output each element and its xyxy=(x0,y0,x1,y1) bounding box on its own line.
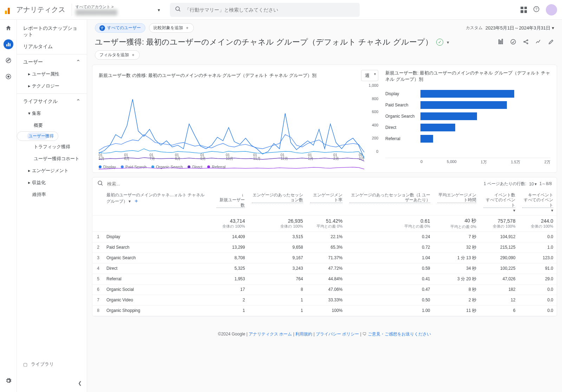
rail-settings-icon[interactable] xyxy=(4,376,13,386)
date-range-picker[interactable]: カスタム 2023年5月1日～2024年3月31日 ▾ xyxy=(466,25,554,31)
caret-down-icon[interactable]: ▾ xyxy=(447,40,449,45)
nav-collapse-icon[interactable]: ❮ xyxy=(78,380,82,386)
customize-report-icon[interactable] xyxy=(497,39,504,46)
svg-point-0 xyxy=(176,7,179,11)
col-eng-rate[interactable]: エンゲージメント率 xyxy=(307,190,346,215)
footer-link-feedback[interactable]: ご意見・ご感想をお送りください xyxy=(368,332,431,337)
search-input[interactable] xyxy=(185,7,355,13)
col-key-events[interactable]: キーイベントすべてのイベント ▾ xyxy=(519,190,557,215)
search-box[interactable] xyxy=(170,3,360,17)
add-comparison-button[interactable]: 比較対象を追加＋ xyxy=(149,23,194,33)
nav-technology[interactable]: ▸ テクノロジー xyxy=(17,80,87,92)
svg-point-9 xyxy=(7,76,9,78)
table-row[interactable]: 1Display14,4093,51522.1%0.247 秒104,9120.… xyxy=(92,231,557,242)
page-range: 1～8/8 xyxy=(540,181,552,187)
col-eng-per-user[interactable]: エンゲージのあったセッション数（1 ユーザーあたり） xyxy=(346,190,433,215)
quality-check-icon[interactable]: ✓ xyxy=(436,39,443,46)
svg-point-13 xyxy=(511,39,516,44)
line-chart-title: 新規ユーザー数 の推移: 最初のユーザーのメインのチャネル グループ（デフォルト… xyxy=(99,72,316,79)
share-icon[interactable] xyxy=(523,39,529,46)
svg-point-19 xyxy=(98,181,102,185)
rail-ads-icon[interactable] xyxy=(4,72,13,81)
table-search-input[interactable] xyxy=(107,181,166,187)
table-row[interactable]: 2Paid Search13,2999,65865.3%0.7232 秒215,… xyxy=(92,242,557,253)
bar-chart-title: 新規ユーザー数: 最初のユーザーのメインのチャネル グループ（デフォルト チャネ… xyxy=(385,70,550,83)
account-selector[interactable]: すべてのアカウント > ████████████ ▾ xyxy=(72,4,163,16)
plus-icon: ＋ xyxy=(131,52,135,58)
nav-user-acq-cohort[interactable]: ユーザー獲得コホート xyxy=(17,153,87,165)
rows-per-page-select[interactable]: 10 ▾ xyxy=(529,182,536,187)
nav-library[interactable]: ▢ ライブラリ xyxy=(17,358,87,371)
footer: ©2024 Google | アナリティクス ホーム | 利用規約 | プライバ… xyxy=(87,321,562,348)
svg-line-1 xyxy=(179,10,180,11)
library-icon: ▢ xyxy=(23,362,27,367)
page-title: ユーザー獲得: 最初のユーザーのメインのチャネル グループ（デフォルト チャネル… xyxy=(95,37,433,47)
rail-reports-icon[interactable] xyxy=(4,39,13,49)
nav-acquisition[interactable]: ▾ 集客 xyxy=(17,107,87,119)
footer-link-home[interactable]: アナリティクス ホーム xyxy=(249,332,292,337)
col-avg-eng-time[interactable]: 平均エンゲージメント時間 xyxy=(434,190,480,215)
segment-all-users[interactable]: すすべてのユーザー xyxy=(95,23,145,33)
search-icon xyxy=(175,6,181,13)
data-table: 最初のユーザーのメインのチャネ…ォルト チャネル グループ） ▾＋ ↓新規ユーザ… xyxy=(92,190,557,316)
svg-point-14 xyxy=(524,41,525,42)
nav-lifecycle-section[interactable]: ライフサイクル⌃ xyxy=(17,95,87,107)
nav-user-attr[interactable]: ▸ ユーザー属性 xyxy=(17,68,87,80)
nav-rail xyxy=(0,20,17,392)
nav-traffic-acquisition[interactable]: トラフィック獲得 xyxy=(17,141,87,153)
footer-link-privacy[interactable]: プライバシー ポリシー xyxy=(316,332,359,337)
nav-user-acquisition[interactable]: ユーザー獲得 xyxy=(17,131,58,141)
table-row[interactable]: 6Organic Social17847.06%0.478 秒1820.0 xyxy=(92,284,557,295)
nav-snapshot[interactable]: レポートのスナップショット xyxy=(17,22,87,41)
granularity-select[interactable]: 週 xyxy=(361,70,378,81)
edit-icon[interactable] xyxy=(548,39,554,46)
nav-engagement[interactable]: ▸ エンゲージメント xyxy=(17,165,87,177)
svg-text:?: ? xyxy=(535,7,537,11)
plus-icon: ＋ xyxy=(185,25,189,31)
nav-overview[interactable]: 概要 xyxy=(17,119,87,131)
add-dimension-icon[interactable]: ＋ xyxy=(133,198,139,204)
app-grid-icon[interactable] xyxy=(521,7,527,13)
col-eng-sessions[interactable]: エンゲージのあったセッション数 xyxy=(248,190,306,215)
table-row[interactable]: 3Organic Search8,7089,16771.37%1.041 分 1… xyxy=(92,253,557,263)
svg-rect-5 xyxy=(8,43,9,47)
svg-rect-6 xyxy=(9,44,11,46)
svg-rect-10 xyxy=(499,40,499,44)
account-breadcrumb: すべてのアカウント > xyxy=(76,4,153,9)
feedback-icon: 🗨 xyxy=(362,332,367,337)
svg-point-16 xyxy=(527,43,528,44)
report-nav: レポートのスナップショット リアルタイム ユーザー⌃ ▸ ユーザー属性 ▸ テク… xyxy=(17,20,87,392)
bar-row: Referral xyxy=(385,133,550,144)
nav-realtime[interactable]: リアルタイム xyxy=(17,41,87,53)
insights-icon[interactable] xyxy=(510,39,516,46)
chevron-up-icon: ⌃ xyxy=(76,98,80,105)
footer-link-terms[interactable]: 利用規約 xyxy=(295,332,312,337)
add-filter-button[interactable]: フィルタを追加＋ xyxy=(95,50,140,60)
trend-icon[interactable] xyxy=(535,39,542,46)
rail-explore-icon[interactable] xyxy=(4,55,13,65)
caret-down-icon: ▾ xyxy=(158,7,160,12)
nav-user-section[interactable]: ユーザー⌃ xyxy=(17,56,87,68)
col-dimension[interactable]: 最初のユーザーのメインのチャネ…ォルト チャネル グループ） ▾＋ xyxy=(103,190,213,215)
table-row[interactable]: 7Organic Video2133.33%0.502 秒120.0 xyxy=(92,295,557,305)
table-row[interactable]: 8Organic Shopping11100%1.0011 秒60.0 xyxy=(92,305,557,316)
app-title: アナリティクス xyxy=(16,5,65,14)
nav-retention[interactable]: 維持率 xyxy=(17,189,87,201)
analytics-logo-icon xyxy=(5,6,13,14)
svg-line-17 xyxy=(525,40,527,41)
search-icon xyxy=(97,180,104,188)
bar-row: Display xyxy=(385,88,550,99)
rows-per-page-label: 1 ページあたりの行数: xyxy=(484,181,526,187)
nav-monetization[interactable]: ▸ 収益化 xyxy=(17,177,87,189)
caret-down-icon: ▾ xyxy=(552,25,554,31)
col-events[interactable]: イベント数すべてのイベント ▾ xyxy=(480,190,519,215)
rail-home-icon[interactable] xyxy=(4,23,13,33)
table-row[interactable]: 4Direct5,3253,24347.72%0.5934 秒100,22591… xyxy=(92,263,557,274)
col-new-users[interactable]: ↓新規ユーザー数 xyxy=(213,190,248,215)
user-avatar[interactable] xyxy=(546,4,557,15)
help-icon[interactable]: ? xyxy=(533,6,540,13)
logo[interactable]: アナリティクス xyxy=(5,5,65,14)
bar-row: Organic Search xyxy=(385,111,550,122)
table-row[interactable]: 5Referral1,95376444.84%0.413 分 20 秒47,02… xyxy=(92,274,557,284)
chevron-up-icon: ⌃ xyxy=(76,59,80,65)
